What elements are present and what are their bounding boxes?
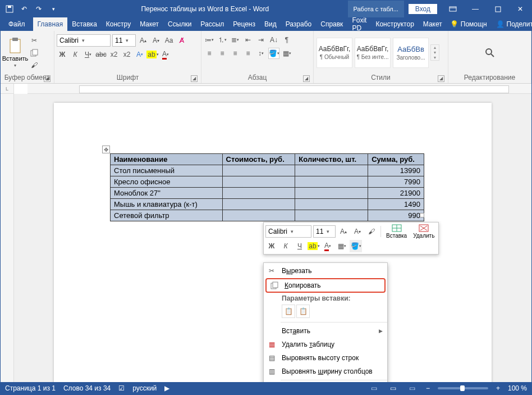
minimize-button[interactable]: — [464, 1, 487, 17]
font-color-button[interactable]: A▾ [160, 49, 171, 60]
redo-button[interactable]: ↷ [32, 2, 45, 16]
tab-design[interactable]: Констру [102, 17, 135, 31]
vertical-ruler[interactable] [1, 94, 14, 382]
ctx-distribute-rows[interactable]: ▤Выровнять высоту строк [264, 351, 387, 365]
table-move-handle[interactable]: ✥ [102, 146, 110, 153]
mini-insert-button[interactable]: Вставка [384, 224, 409, 239]
tab-developer[interactable]: Разрабо [281, 17, 317, 31]
mini-font-color[interactable]: A▾ [322, 240, 334, 252]
tab-file[interactable]: Файл [1, 17, 33, 31]
clipboard-launcher[interactable]: ◢ [44, 75, 51, 82]
mini-shading[interactable]: 🪣▾ [350, 240, 362, 252]
tell-me[interactable]: 💡Помощн [447, 20, 490, 28]
zoom-slider[interactable] [438, 387, 488, 389]
tab-table-layout[interactable]: Макет [419, 17, 447, 31]
style-heading1[interactable]: АаБбВвЗаголово... [393, 38, 429, 68]
horizontal-ruler[interactable] [27, 84, 531, 94]
italic-button[interactable]: К [70, 49, 81, 60]
zoom-level[interactable]: 100 % [508, 384, 527, 392]
paste-merge[interactable]: 📋 [296, 305, 310, 318]
underline-button[interactable]: Ч▾ [82, 49, 94, 60]
view-print[interactable]: ▭ [388, 384, 399, 393]
ctx-cut[interactable]: ✂Вырезать [264, 264, 387, 278]
align-right-button[interactable]: ≡ [230, 48, 241, 59]
ctx-delete-table[interactable]: ▦Удалить таблицу [264, 338, 387, 351]
mini-borders[interactable]: ▦▾ [336, 240, 348, 252]
format-painter-button[interactable]: 🖌 [29, 60, 40, 71]
style-normal[interactable]: АаБбВвГг,¶ Обычный [317, 38, 352, 68]
shading-button[interactable]: 🪣▾ [268, 48, 279, 59]
styles-launcher[interactable]: ◢ [438, 75, 444, 82]
status-spell-icon[interactable]: ☑ [118, 384, 125, 392]
numbering-button[interactable]: ⒈▾ [217, 34, 228, 46]
ctx-copy[interactable]: Копировать [265, 278, 386, 293]
table-tools-tab[interactable]: Работа с табл... [348, 1, 404, 17]
mini-delete-button[interactable]: Удалить [411, 224, 437, 239]
font-size-combo[interactable]: 11▾ [112, 34, 136, 47]
tab-references[interactable]: Ссылки [163, 17, 196, 31]
align-center-button[interactable]: ≡ [217, 48, 228, 59]
decrease-indent-button[interactable]: ⇤ [242, 34, 254, 46]
mini-bold[interactable]: Ж [265, 240, 278, 252]
share-button[interactable]: 👤Поделиться [493, 20, 532, 28]
superscript-button[interactable]: x2 [121, 49, 132, 60]
justify-button[interactable]: ≡ [242, 48, 254, 59]
tab-home[interactable]: Главная [33, 17, 68, 31]
table-header-row[interactable]: Наименование Стоимость, руб. Количество,… [111, 154, 424, 165]
status-macro-icon[interactable]: ▶ [164, 384, 169, 392]
tab-layout[interactable]: Макет [135, 17, 163, 31]
clear-formatting-button[interactable]: A̸ [176, 35, 187, 46]
text-effects-button[interactable]: A▾ [134, 49, 145, 60]
status-language[interactable]: русский [132, 384, 157, 392]
style-no-spacing[interactable]: АаБбВвГг,¶ Без инте... [355, 38, 391, 68]
bullets-button[interactable]: ≔▾ [204, 34, 215, 46]
zoom-in[interactable]: + [496, 384, 500, 392]
multilevel-button[interactable]: ≣▾ [230, 34, 241, 46]
ribbon-display-button[interactable] [442, 1, 464, 17]
font-name-combo[interactable]: Calibri▾ [57, 34, 111, 47]
copy-button[interactable] [29, 47, 40, 58]
undo-button[interactable]: ↶ [17, 2, 31, 16]
increase-indent-button[interactable]: ⇥ [255, 34, 267, 46]
close-button[interactable]: ✕ [509, 1, 531, 17]
bold-button[interactable]: Ж [57, 49, 68, 60]
sort-button[interactable]: A↓ [268, 34, 279, 46]
zoom-out[interactable]: − [426, 384, 430, 392]
mini-grow-font[interactable]: A▴ [337, 225, 350, 238]
align-left-button[interactable]: ≡ [204, 48, 215, 59]
line-spacing-button[interactable]: ↕▾ [255, 48, 267, 59]
paragraph-launcher[interactable]: ◢ [303, 75, 310, 82]
table-resize-handle[interactable] [420, 213, 424, 217]
ctx-distribute-cols[interactable]: ▥Выровнять ширину столбцов [264, 365, 387, 378]
tab-review[interactable]: Реценз [228, 17, 260, 31]
strikethrough-button[interactable]: abc [95, 49, 107, 60]
status-words[interactable]: Слово 34 из 34 [63, 384, 111, 392]
table-row[interactable]: Мышь и клавиатура (к-т)1490 [111, 199, 424, 210]
ctx-paste[interactable]: Вставить▶ [264, 324, 387, 338]
view-read[interactable]: ▭ [369, 384, 380, 393]
status-page[interactable]: Страница 1 из 1 [5, 384, 56, 392]
mini-italic[interactable]: К [279, 240, 292, 252]
tab-view[interactable]: Вид [260, 17, 281, 31]
paste-keep-source[interactable]: 📋 [282, 305, 295, 318]
table-row[interactable]: Моноблок 27"21900 [111, 188, 424, 199]
mini-highlight[interactable]: ab▾ [308, 240, 320, 252]
tab-selector[interactable]: L [1, 84, 14, 94]
qat-dropdown[interactable]: ▾ [47, 2, 60, 16]
tab-insert[interactable]: Вставка [67, 17, 102, 31]
shrink-font-button[interactable]: A▾ [150, 35, 162, 46]
cut-button[interactable]: ✂ [29, 35, 40, 46]
paste-button[interactable]: Вставить ▾ [3, 34, 27, 71]
tab-help[interactable]: Справк [316, 17, 347, 31]
table-row[interactable]: Стол письменный13990 [111, 165, 424, 176]
save-button[interactable] [3, 2, 16, 16]
tab-table-design[interactable]: Конструктор [371, 17, 418, 31]
mini-shrink-font[interactable]: A▾ [351, 225, 364, 238]
show-marks-button[interactable]: ¶ [281, 34, 292, 46]
mini-underline[interactable]: Ч [293, 240, 306, 252]
find-button[interactable] [485, 34, 495, 71]
borders-button[interactable]: ▦▾ [281, 48, 292, 59]
highlight-button[interactable]: ab▾ [147, 49, 158, 60]
styles-more[interactable]: ▴▾▾ [430, 44, 439, 61]
tab-mailings[interactable]: Рассыл [196, 17, 228, 31]
